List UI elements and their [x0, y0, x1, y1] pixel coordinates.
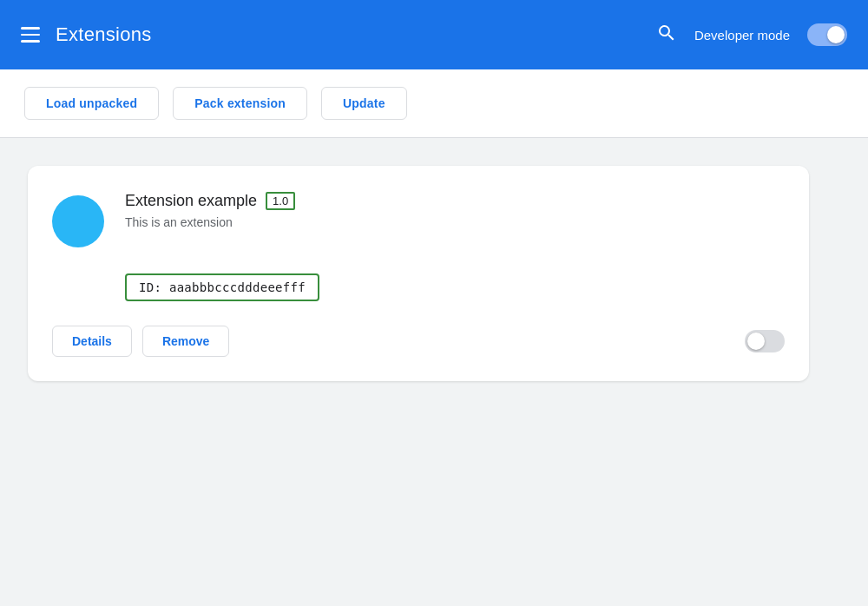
developer-mode-toggle[interactable] [807, 23, 847, 46]
card-bottom: Details Remove [52, 326, 785, 357]
remove-button[interactable]: Remove [142, 326, 229, 357]
extension-id-section: ID: aaabbbcccdddeeefff [125, 273, 785, 301]
extension-info: Extension example 1.0 This is an extensi… [125, 192, 295, 229]
update-button[interactable]: Update [321, 87, 407, 120]
extension-name-row: Extension example 1.0 [125, 192, 295, 210]
extension-name: Extension example [125, 192, 257, 210]
card-top: Extension example 1.0 This is an extensi… [52, 192, 785, 247]
extension-icon [52, 195, 104, 247]
version-badge: 1.0 [266, 192, 295, 210]
extension-description: This is an extension [125, 215, 295, 229]
extension-id: ID: aaabbbcccdddeeefff [125, 273, 319, 301]
header: Extensions Developer mode [0, 0, 868, 69]
header-right: Developer mode [656, 23, 847, 47]
extension-card: Extension example 1.0 This is an extensi… [28, 166, 809, 381]
toolbar: Load unpacked Pack extension Update [0, 69, 868, 138]
load-unpacked-button[interactable]: Load unpacked [24, 87, 159, 120]
hamburger-menu-icon[interactable] [21, 27, 40, 43]
main-content: Extension example 1.0 This is an extensi… [0, 138, 868, 409]
pack-extension-button[interactable]: Pack extension [173, 87, 307, 120]
developer-mode-label: Developer mode [694, 28, 790, 43]
details-button[interactable]: Details [52, 326, 132, 357]
extension-enable-toggle[interactable] [745, 330, 785, 352]
page-title: Extensions [56, 23, 152, 46]
card-actions: Details Remove [52, 326, 229, 357]
header-left: Extensions [21, 23, 152, 46]
search-icon[interactable] [656, 23, 677, 47]
